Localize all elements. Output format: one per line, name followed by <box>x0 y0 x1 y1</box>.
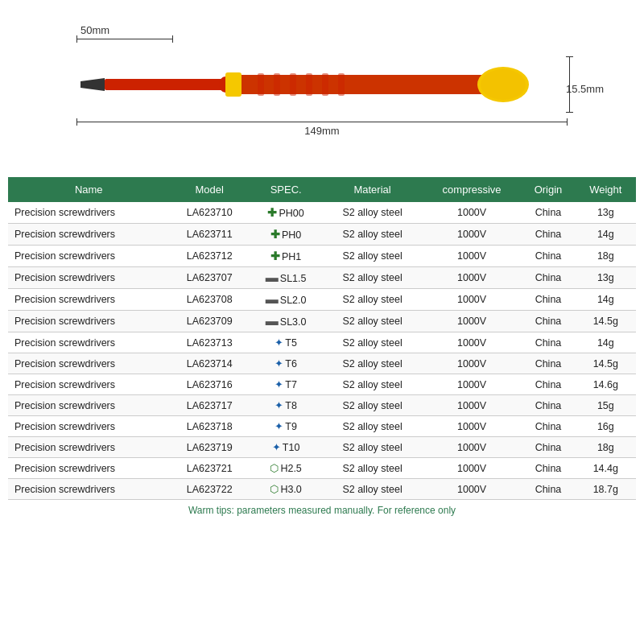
cell-origin: China <box>521 416 575 437</box>
cell-model: LA623717 <box>169 395 250 416</box>
cell-spec: ✦T10 <box>250 437 322 458</box>
cell-weight: 13g <box>576 202 636 224</box>
cell-weight: 14g <box>576 332 636 353</box>
table-row: Precision screwdriversLA623711✚PH0S2 all… <box>8 224 636 246</box>
cell-name: Precision screwdrivers <box>8 458 169 479</box>
cell-name: Precision screwdrivers <box>8 246 169 267</box>
svg-point-12 <box>481 69 526 100</box>
cell-origin: China <box>521 224 575 246</box>
cell-compressive: 1000V <box>423 246 522 267</box>
col-header-spec: SPEC. <box>250 177 322 202</box>
col-header-origin: Origin <box>521 177 575 202</box>
cell-model: LA623718 <box>169 416 250 437</box>
cell-spec: ✚PH0 <box>250 224 322 246</box>
cell-compressive: 1000V <box>423 224 522 246</box>
spec-value: PH0 <box>282 229 301 241</box>
cell-material: S2 alloy steel <box>322 311 423 332</box>
table-section: Name Model SPEC. Material compressive Or… <box>0 177 644 519</box>
col-header-weight: Weight <box>576 177 636 202</box>
cell-spec: ✦T9 <box>250 416 322 437</box>
spec-value: T9 <box>285 421 297 432</box>
table-row: Precision screwdriversLA623722⬡H3.0S2 al… <box>8 479 636 500</box>
spec-value: H2.5 <box>280 463 301 474</box>
cell-compressive: 1000V <box>423 202 522 224</box>
spec-value: H3.0 <box>280 484 301 495</box>
cell-name: Precision screwdrivers <box>8 437 169 458</box>
cell-model: LA623710 <box>169 202 250 224</box>
col-header-material: Material <box>322 177 423 202</box>
cell-material: S2 alloy steel <box>322 332 423 353</box>
cell-origin: China <box>521 289 575 311</box>
cell-spec: ▬SL2.0 <box>250 289 322 311</box>
col-header-compressive: compressive <box>423 177 522 202</box>
cell-model: LA623711 <box>169 224 250 246</box>
cell-compressive: 1000V <box>423 332 522 353</box>
cell-compressive: 1000V <box>423 374 522 395</box>
cell-compressive: 1000V <box>423 416 522 437</box>
cell-material: S2 alloy steel <box>322 267 423 289</box>
cell-weight: 16g <box>576 416 636 437</box>
cell-material: S2 alloy steel <box>322 374 423 395</box>
table-row: Precision screwdriversLA623713✦T5S2 allo… <box>8 332 636 353</box>
cell-weight: 15g <box>576 395 636 416</box>
cell-model: LA623707 <box>169 267 250 289</box>
cell-material: S2 alloy steel <box>322 224 423 246</box>
cell-model: LA623708 <box>169 289 250 311</box>
cell-model: LA623714 <box>169 353 250 374</box>
cell-material: S2 alloy steel <box>322 353 423 374</box>
cell-name: Precision screwdrivers <box>8 353 169 374</box>
cell-origin: China <box>521 395 575 416</box>
cell-origin: China <box>521 437 575 458</box>
cell-weight: 14g <box>576 289 636 311</box>
cell-model: LA623722 <box>169 479 250 500</box>
spec-value: T5 <box>285 337 297 349</box>
cell-material: S2 alloy steel <box>322 289 423 311</box>
cell-name: Precision screwdrivers <box>8 395 169 416</box>
cell-weight: 14.5g <box>576 353 636 374</box>
cell-spec: ✚PH00 <box>250 202 322 224</box>
plus-icon: ✚ <box>270 228 280 241</box>
table-row: Precision screwdriversLA623709▬SL3.0S2 a… <box>8 311 636 332</box>
cell-spec: ✦T5 <box>250 332 322 353</box>
cell-spec: ✦T7 <box>250 374 322 395</box>
dim-50mm-label: 50mm <box>80 24 109 36</box>
cell-material: S2 alloy steel <box>322 246 423 267</box>
svg-rect-6 <box>274 73 280 96</box>
cell-name: Precision screwdrivers <box>8 267 169 289</box>
cell-model: LA623721 <box>169 458 250 479</box>
screwdriver-illustration <box>64 44 612 125</box>
cell-origin: China <box>521 458 575 479</box>
table-header-row: Name Model SPEC. Material compressive Or… <box>8 177 636 202</box>
cell-weight: 14g <box>576 224 636 246</box>
dim-50mm-line <box>76 39 173 39</box>
table-row: Precision screwdriversLA623717✦T8S2 allo… <box>8 395 636 416</box>
cell-model: LA623719 <box>169 437 250 458</box>
table-row: Precision screwdriversLA623707▬SL1.5S2 a… <box>8 267 636 289</box>
cell-compressive: 1000V <box>423 311 522 332</box>
cell-material: S2 alloy steel <box>322 416 423 437</box>
svg-rect-10 <box>338 73 345 96</box>
table-row: Precision screwdriversLA623718✦T9S2 allo… <box>8 416 636 437</box>
cell-weight: 18g <box>576 246 636 267</box>
spec-value: SL3.0 <box>280 316 307 328</box>
cell-compressive: 1000V <box>423 353 522 374</box>
svg-rect-8 <box>306 73 312 96</box>
cell-spec: ✚PH1 <box>250 246 322 267</box>
torx-icon: ✦ <box>275 336 283 349</box>
cell-weight: 14.6g <box>576 374 636 395</box>
plus-icon: ✚ <box>267 206 277 219</box>
spec-value: SL2.0 <box>280 295 307 306</box>
cell-model: LA623716 <box>169 374 250 395</box>
torx-icon: ✦ <box>272 441 281 453</box>
cell-compressive: 1000V <box>423 479 522 500</box>
cell-spec: ✦T6 <box>250 353 322 374</box>
specs-table: Name Model SPEC. Material compressive Or… <box>8 177 636 500</box>
cell-weight: 18.7g <box>576 479 636 500</box>
hex-icon: ⬡ <box>270 462 279 474</box>
cell-name: Precision screwdrivers <box>8 311 169 332</box>
table-row: Precision screwdriversLA623712✚PH1S2 all… <box>8 246 636 267</box>
spec-value: PH1 <box>282 251 301 262</box>
cell-spec: ▬SL1.5 <box>250 267 322 289</box>
cell-material: S2 alloy steel <box>322 395 423 416</box>
cell-spec: ▬SL3.0 <box>250 311 322 332</box>
